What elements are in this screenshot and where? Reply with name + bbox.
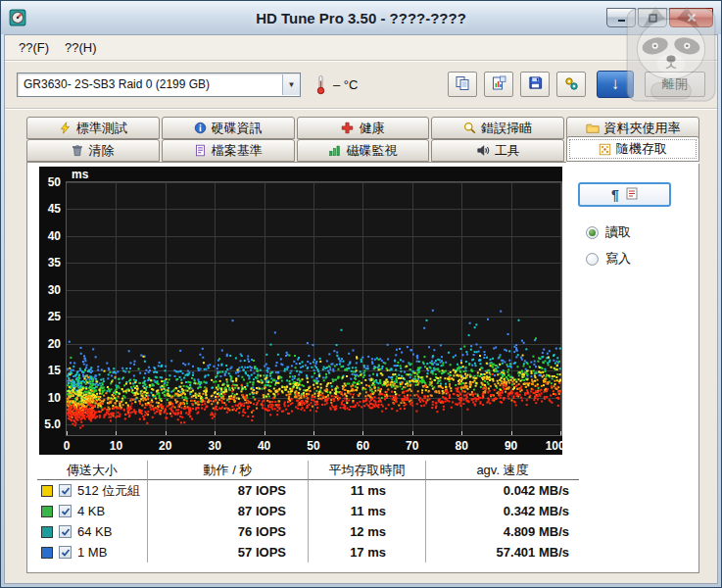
save-button[interactable] [520,72,550,97]
avg-speed-value: 4.809 MB/s [426,521,579,542]
iops-value: 87 IOPS [148,480,309,501]
y-tick-label: 50 [48,176,61,189]
column-header: 動作 / 秒 [148,461,309,480]
tab-tools[interactable]: 工具 [431,139,564,162]
minimize-button[interactable] [606,8,636,27]
text-report-button[interactable]: ¶ [578,182,671,207]
table-row-label-cell: 1 MB [37,542,148,563]
tab-label: 磁碟監視 [346,142,397,160]
y-tick-label: 25 [48,311,61,323]
tab-info[interactable]: 硬碟資訊 [162,117,295,139]
maximize-button[interactable] [638,8,667,27]
y-tick-label: 40 [48,230,61,243]
tab-benchmark[interactable]: 標準測試 [26,117,160,139]
random-access-panel: ms 5045403530252015105.0 010203040506070… [26,162,699,573]
tools-icon [476,144,490,157]
avg-access-time-value: 11 ms [309,501,426,521]
results-table: 傳送大小動作 / 秒平均存取時間agv. 速度512 位元組87 IOPS11 … [37,461,579,563]
drive-select[interactable]: GR3630- 2S-SB3 Raid 0 (2199 GB) ▼ [17,73,301,97]
chart-side-controls: ¶ 讀取寫入 [578,182,694,268]
gears-icon [563,75,579,94]
radio-icon[interactable] [586,226,599,239]
x-tick-label: 50 [307,439,319,453]
x-tick-label: 80 [456,439,468,453]
series-checkbox[interactable] [59,525,72,538]
y-tick-label: 35 [48,257,61,270]
series-label: 1 MB [77,545,107,560]
copy-image-button[interactable] [484,72,513,97]
tab-file-benchmark[interactable]: 檔案基準 [162,139,295,162]
avg-access-time-value: 12 ms [309,521,426,542]
tab-erase[interactable]: 清除 [26,139,160,162]
chevron-down-icon[interactable]: ▼ [282,74,300,95]
table-row-label-cell: 512 位元組 [37,480,148,501]
access-time-chart: ms 5045403530252015105.0 010203040506070… [39,167,562,455]
series-color-swatch [41,485,53,497]
series-checkbox[interactable] [59,546,72,559]
thermometer-icon [316,74,325,95]
menu-file[interactable]: ??(F) [11,38,57,57]
radio-icon[interactable] [586,253,599,266]
info-icon [194,122,207,134]
down-arrow-icon: ↓ [611,74,620,94]
temperature-label: – °C [333,77,358,92]
series-label: 64 KB [77,524,112,539]
x-tick-label: 90 [505,439,517,453]
app-icon [9,9,26,26]
y-tick-label: 5.0 [44,418,61,431]
scan-icon [463,122,476,134]
x-tick-label: 10 [110,439,122,453]
iops-value: 76 IOPS [148,521,309,542]
y-tick-label: 30 [48,284,61,297]
tab-label: 資料夾使用率 [604,120,681,137]
column-header: 傳送大小 [37,461,148,480]
x-tick-label: 20 [159,439,171,453]
tab-label: 硬碟資訊 [212,120,263,137]
close-button[interactable] [669,8,713,27]
drive-select-value: GR3630- 2S-SB3 Raid 0 (2199 GB) [18,77,282,91]
tab-monitor[interactable]: 磁碟監視 [297,139,430,162]
x-axis-tick-labels: 0102030405060708090100% [67,439,561,453]
x-tick-label: 30 [209,439,221,453]
table-row-label-cell: 4 KB [37,501,148,521]
download-button[interactable]: ↓ [597,71,634,98]
erase-icon [72,144,83,157]
column-header: agv. 速度 [426,461,579,480]
series-color-swatch [41,526,53,538]
table-row-label-cell: 64 KB [37,521,148,542]
y-axis-tick-labels: 5045403530252015105.0 [39,182,64,435]
tab-strip: 標準測試硬碟資訊健康錯誤掃瞄資料夾使用率 清除檔案基準磁碟監視工具隨機存取 [5,109,717,162]
series-label: 512 位元組 [77,482,140,500]
avg-speed-value: 57.401 MB/s [426,542,579,563]
series-checkbox[interactable] [59,484,72,497]
avg-access-time-value: 17 ms [309,542,426,563]
tab-label: 標準測試 [76,120,127,137]
x-tick-label: 40 [258,439,270,453]
exit-button[interactable]: 離開 [645,72,705,97]
series-checkbox[interactable] [59,505,72,517]
x-tick-label: 70 [406,439,418,453]
y-tick-label: 20 [48,338,61,351]
tab-label: 檔案基準 [212,142,263,160]
folder-icon [586,122,600,134]
y-tick-label: 10 [48,392,61,405]
titlebar[interactable]: HD Tune Pro 3.50 - ????-???? [1,1,721,34]
copy-text-button[interactable] [448,72,477,97]
y-tick-label: 45 [48,203,61,216]
avg-speed-value: 0.042 MB/s [426,480,579,501]
random-access-icon [599,143,611,156]
copy-chart-icon [491,75,506,94]
tab-scan[interactable]: 錯誤掃瞄 [431,117,564,139]
file-benchmark-icon [194,144,207,157]
settings-button[interactable] [556,72,586,97]
radio-label: 寫入 [605,250,631,268]
tab-health[interactable]: 健康 [297,117,430,139]
read-radio[interactable]: 讀取 [586,223,694,241]
x-tick-label: 100% [546,439,576,453]
y-tick-label: 15 [48,365,61,377]
tab-random-access[interactable]: 隨機存取 [566,136,699,162]
tab-label: 隨機存取 [616,140,667,158]
menu-help[interactable]: ??(H) [57,38,105,57]
x-tick-label: 60 [357,439,369,453]
write-radio[interactable]: 寫入 [586,250,694,268]
